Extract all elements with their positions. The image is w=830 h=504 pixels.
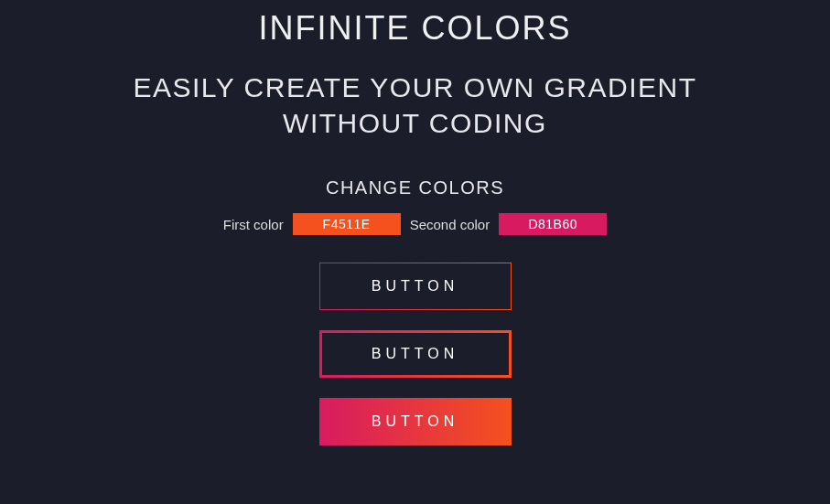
page-subtitle: EASILY CREATE YOUR OWN GRADIENT WITHOUT … (95, 70, 736, 141)
button-stack: BUTTON BUTTON BUTTON (319, 263, 512, 445)
color-inputs-row: First color Second color (223, 213, 607, 235)
second-color-label: Second color (410, 217, 490, 232)
page-title: INFINITE COLORS (258, 9, 571, 48)
gradient-button-solid[interactable]: BUTTON (319, 398, 512, 445)
gradient-button-outline-thin[interactable]: BUTTON (319, 263, 512, 310)
first-color-input[interactable] (293, 213, 401, 235)
first-color-label: First color (223, 217, 284, 232)
second-color-input[interactable] (499, 213, 607, 235)
gradient-button-outline-thick[interactable]: BUTTON (319, 330, 512, 378)
change-colors-label: CHANGE COLORS (326, 177, 504, 198)
page-container: INFINITE COLORS EASILY CREATE YOUR OWN G… (0, 0, 830, 445)
